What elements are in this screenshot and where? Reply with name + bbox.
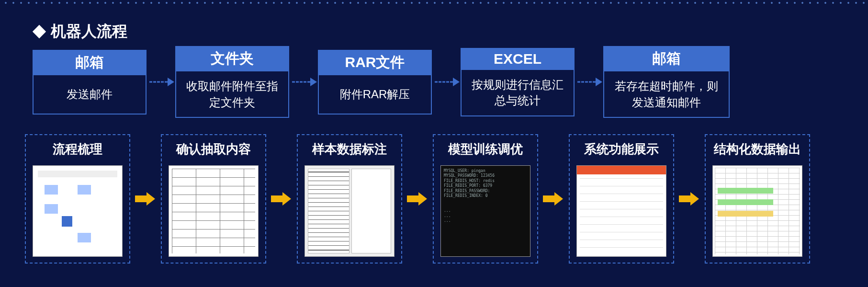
stage-row: 流程梳理 确认抽取内容 样本数据标注 模型训练调优 MYSQL_USER: pi… <box>25 134 810 264</box>
stage-6-thumb <box>712 165 802 257</box>
flow-step-1: 邮箱 发送邮件 <box>33 50 147 115</box>
flow-step-4-body: 按规则进行信息汇总与统计 <box>462 70 574 115</box>
stage-6-title: 结构化数据输出 <box>714 141 801 158</box>
flow-step-3: RAR文件 附件RAR解压 <box>318 50 432 115</box>
stage-5: 系统功能展示 <box>569 134 674 264</box>
arrow-icon <box>540 199 567 199</box>
flow-step-4-head: EXCEL <box>462 49 574 70</box>
flow-step-3-head: RAR文件 <box>319 51 431 75</box>
flow-step-1-head: 邮箱 <box>34 51 146 75</box>
arrow-icon <box>433 82 460 82</box>
stage-5-thumb <box>576 165 666 257</box>
flow-step-5-head: 邮箱 <box>604 47 729 71</box>
flow-step-1-body: 发送邮件 <box>34 75 146 114</box>
flow-step-2-body: 收取邮件附件至指定文件夹 <box>176 71 288 117</box>
flow-step-2: 文件夹 收取邮件附件至指定文件夹 <box>175 46 289 118</box>
stage-2-title: 确认抽取内容 <box>176 141 251 158</box>
stage-2-thumb <box>169 165 259 257</box>
title-text: 机器人流程 <box>51 21 127 42</box>
stage-4-thumb: MYSQL_USER: pingan MYSQL_PASSWORD: 12345… <box>440 165 530 257</box>
arrow-icon <box>290 82 317 82</box>
stage-3-thumb <box>304 165 395 257</box>
decorative-dots <box>0 0 868 4</box>
stage-5-title: 系统功能展示 <box>584 141 659 158</box>
stage-4: 模型训练调优 MYSQL_USER: pingan MYSQL_PASSWORD… <box>433 134 538 264</box>
stage-2: 确认抽取内容 <box>161 134 266 264</box>
stage-1-thumb <box>33 165 123 257</box>
arrow-icon <box>147 82 174 82</box>
stage-1: 流程梳理 <box>25 134 130 264</box>
arrow-icon <box>132 199 159 199</box>
arrow-icon <box>676 199 703 199</box>
stage-3-title: 样本数据标注 <box>312 141 387 158</box>
stage-1-title: 流程梳理 <box>53 141 102 158</box>
flow-step-5-body: 若存在超时邮件，则发送通知邮件 <box>604 71 729 117</box>
flow-step-4: EXCEL 按规则进行信息汇总与统计 <box>461 48 575 116</box>
stage-4-title: 模型训练调优 <box>448 141 523 158</box>
stage-3: 样本数据标注 <box>297 134 402 264</box>
stage-6: 结构化数据输出 <box>705 134 810 264</box>
arrow-icon <box>404 199 431 199</box>
arrow-icon <box>575 82 602 82</box>
flow-step-2-head: 文件夹 <box>176 47 288 71</box>
diamond-icon <box>33 25 46 38</box>
arrow-icon <box>268 199 295 199</box>
section-title: 机器人流程 <box>34 21 127 42</box>
flow-row: 邮箱 发送邮件 文件夹 收取邮件附件至指定文件夹 RAR文件 附件RAR解压 E… <box>33 46 730 118</box>
flow-step-3-body: 附件RAR解压 <box>319 75 431 114</box>
flow-step-5: 邮箱 若存在超时邮件，则发送通知邮件 <box>603 46 730 118</box>
